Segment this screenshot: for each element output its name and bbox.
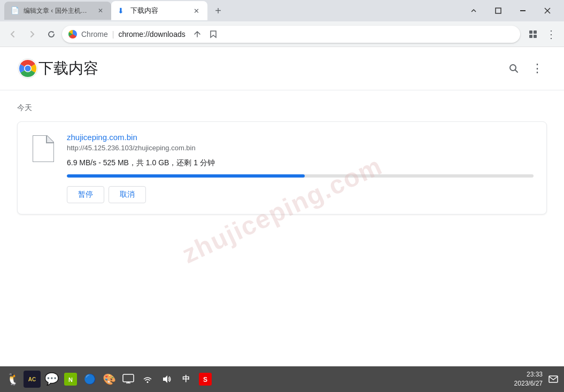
page-content: 下载内容 ⋮ zhujiceping.com 今天 [0,47,564,366]
clock-time: 23:33 [514,370,543,379]
taskbar-icon-ime[interactable]: 中 [177,371,195,388]
page-header: 下载内容 ⋮ [0,47,564,90]
taskbar-icon-volume[interactable] [158,371,175,388]
file-icon [33,135,54,162]
notification-button[interactable] [547,373,560,386]
taskbar-icon-bluetooth[interactable]: 🔵 [81,371,98,388]
cancel-button[interactable]: 取消 [109,186,146,203]
tab-title-2: 下载内容 [130,6,187,16]
back-button[interactable] [4,26,21,43]
page-header-actions: ⋮ [504,59,547,78]
svg-rect-15 [123,374,134,382]
browser-window: 📄 编辑文章 ‹ 国外主机测评 ✕ ⬇ 下载内容 ✕ + [0,0,564,392]
omnibox-url[interactable]: chrome://downloads [118,30,185,39]
taskbar-icon-sogou[interactable]: S [197,371,214,388]
toolbar-actions: ⋮ [524,26,560,43]
tab-active-2[interactable]: ⬇ 下载内容 ✕ [111,1,207,20]
svg-text:N: N [68,376,73,383]
taskbar: 🐧 AC 💬 N 🔵 🎨 中 S 23:33 2023/6/27 [0,366,564,392]
download-item: zhujiceping.com.bin http://45.125.236.10… [17,121,547,214]
bookmark-button[interactable] [206,27,221,42]
tab-favicon-1: 📄 [11,6,19,15]
pause-button[interactable]: 暂停 [67,186,104,203]
svg-rect-4 [529,30,532,34]
share-button[interactable] [190,27,205,42]
download-url: http://45.125.236.103/zhujiceping.com.bi… [67,144,534,152]
more-menu-button[interactable]: ⋮ [543,26,560,43]
download-status: 6.9 MB/s - 525 MB，共 1.0 GB，还剩 1 分钟 [67,158,534,168]
progress-bar-container [67,174,534,178]
svg-line-12 [515,70,518,73]
file-icon-container [30,133,56,165]
taskbar-icon-display[interactable] [120,371,137,388]
taskbar-icon-qq[interactable]: 🐧 [4,371,21,388]
downloads-list: 今天 zhujiceping.com.bin http://45.125.236… [0,90,564,227]
svg-rect-0 [496,8,501,13]
svg-rect-21 [549,376,558,382]
svg-point-18 [147,381,149,383]
search-page-button[interactable] [504,59,523,78]
omnibox-chrome-icon [68,30,77,39]
download-actions: 暂停 取消 [67,186,534,203]
taskbar-icon-game[interactable]: AC [24,371,41,388]
taskbar-icon-wechat[interactable]: 💬 [43,371,60,388]
svg-rect-6 [529,35,532,38]
svg-rect-5 [534,30,537,34]
download-info: zhujiceping.com.bin http://45.125.236.10… [67,133,534,203]
system-clock[interactable]: 23:33 2023/6/27 [512,370,545,388]
titlebar: 📄 编辑文章 ‹ 国外主机测评 ✕ ⬇ 下载内容 ✕ + [0,0,564,21]
tab-close-1[interactable]: ✕ [96,6,105,15]
tab-favicon-2: ⬇ [118,6,126,15]
omnibox-actions [190,27,221,42]
download-filename[interactable]: zhujiceping.com.bin [67,133,534,142]
new-tab-button[interactable]: + [210,2,227,19]
more-options-button[interactable]: ⋮ [528,59,547,78]
taskbar-icon-wifi[interactable] [139,371,156,388]
omnibox-chrome-label: Chrome [81,30,108,39]
taskbar-icon-color[interactable]: 🎨 [101,371,118,388]
page-title: 下载内容 [38,58,98,79]
window-controls [461,2,560,19]
reload-button[interactable] [43,26,60,43]
tab-inactive-1[interactable]: 📄 编辑文章 ‹ 国外主机测评 ✕ [4,2,111,20]
minimize-button-2[interactable] [511,2,535,19]
extensions-button[interactable] [524,26,542,43]
addressbar: Chrome | chrome://downloads ⋮ [0,21,564,47]
maximize-button[interactable] [486,2,511,19]
svg-text:S: S [203,376,207,383]
section-today: 今天 [17,103,547,113]
tab-close-2[interactable]: ✕ [191,6,201,16]
forward-button[interactable] [24,26,41,43]
tab-title-1: 编辑文章 ‹ 国外主机测评 [24,6,92,16]
chrome-logo [17,58,38,79]
close-button[interactable] [535,2,560,19]
progress-bar-fill [67,174,305,178]
svg-rect-7 [534,35,537,38]
clock-date: 2023/6/27 [514,379,543,388]
minimize-button[interactable] [461,2,486,19]
omnibox-separator: | [112,30,114,39]
svg-point-10 [25,66,31,72]
taskbar-icon-nvidia[interactable]: N [62,371,79,388]
omnibox[interactable]: Chrome | chrome://downloads [62,26,520,43]
